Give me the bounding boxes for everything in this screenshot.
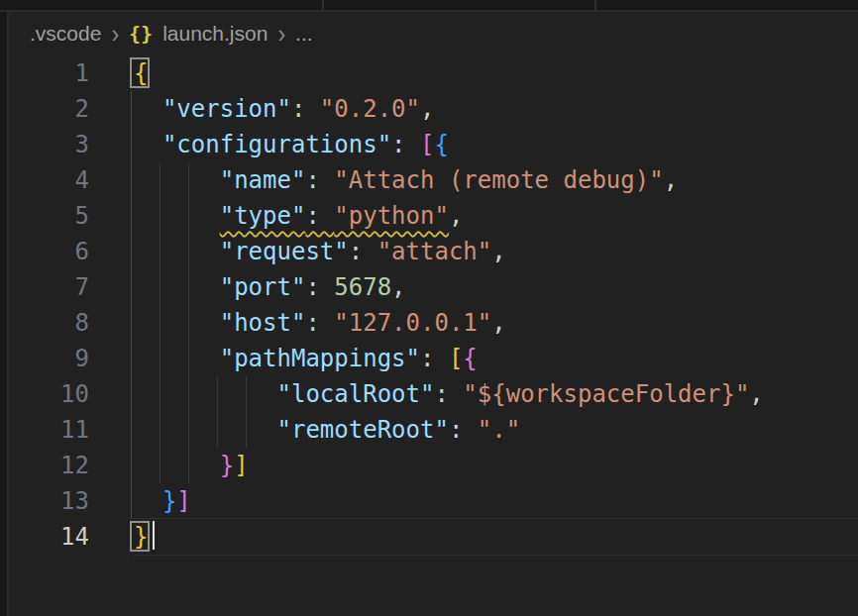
token-ws xyxy=(134,452,220,479)
code-line[interactable]: 9 "pathMappings": [{ xyxy=(9,341,858,376)
token-ws xyxy=(134,416,277,444)
line-number[interactable]: 8 xyxy=(9,305,134,341)
indent-guide xyxy=(131,269,132,305)
code-line-content[interactable]: "name": "Attach (remote debug)", xyxy=(134,162,858,198)
line-number[interactable]: 13 xyxy=(9,483,134,519)
token-key: "host" xyxy=(220,309,306,337)
token-punct: : xyxy=(305,166,334,194)
code-line[interactable]: 8 "host": "127.0.0.1", xyxy=(9,305,858,341)
line-number[interactable]: 2 xyxy=(9,91,134,127)
token-punct: : xyxy=(305,273,334,301)
token-string: "${workspaceFolder}" xyxy=(463,380,749,408)
token-string: "attach" xyxy=(377,238,492,265)
indent-guide xyxy=(131,483,132,519)
token-punct: : xyxy=(420,345,449,372)
token-ws xyxy=(134,238,220,265)
line-number[interactable]: 3 xyxy=(9,127,134,162)
line-number[interactable]: 7 xyxy=(9,269,134,305)
token-string: "127.0.0.1" xyxy=(334,309,491,337)
token-punct: , xyxy=(449,202,463,230)
code-line[interactable]: 11 "remoteRoot": "." xyxy=(9,412,858,448)
indent-guide xyxy=(131,412,132,448)
code-line-content[interactable]: "host": "127.0.0.1", xyxy=(134,305,858,341)
token-punct: : xyxy=(291,95,320,123)
indent-guide xyxy=(131,376,132,412)
token-bracket3: { xyxy=(434,131,448,158)
code-area[interactable]: 1{2 "version": "0.2.0",3 "configurations… xyxy=(9,55,858,555)
code-line[interactable]: 4 "name": "Attach (remote debug)", xyxy=(9,162,858,198)
code-line-content[interactable]: "type": "python", xyxy=(134,198,858,234)
token-bracket1: [ xyxy=(449,345,463,372)
tab-bar xyxy=(0,0,858,12)
token-ws xyxy=(134,95,162,123)
code-line-content[interactable]: } xyxy=(134,519,858,555)
token-bracket1: ] xyxy=(234,452,248,479)
token-ws xyxy=(134,202,220,230)
code-line-content[interactable]: { xyxy=(134,55,858,91)
line-number[interactable]: 4 xyxy=(9,162,134,198)
code-line[interactable]: 12 }] xyxy=(9,448,858,483)
code-line[interactable]: 3 "configurations": [{ xyxy=(9,127,858,162)
token-key: "remoteRoot" xyxy=(277,416,449,444)
breadcrumb-item-vscode[interactable]: .vscode xyxy=(30,22,101,46)
code-line[interactable]: 13 }] xyxy=(9,483,858,519)
token-bracket2: ] xyxy=(176,487,190,515)
breadcrumb-item-symbol[interactable]: ... xyxy=(295,22,313,46)
token-key: "version" xyxy=(162,95,291,123)
code-line-content[interactable]: }] xyxy=(134,448,858,483)
code-line-content[interactable]: "version": "0.2.0", xyxy=(134,91,858,127)
breadcrumb: .vscode › {} launch.json › ... xyxy=(9,12,858,55)
indent-guide xyxy=(131,91,132,127)
breadcrumb-item-launch-json[interactable]: launch.json xyxy=(162,22,268,46)
token-ws xyxy=(134,166,220,194)
code-line-content[interactable]: "port": 5678, xyxy=(134,269,858,305)
chevron-right-icon: › xyxy=(111,21,119,47)
token-bracket1: } xyxy=(134,523,148,551)
line-number[interactable]: 14 xyxy=(9,519,134,555)
token-punct: : xyxy=(391,131,420,158)
token-punct: : xyxy=(349,238,377,265)
line-number[interactable]: 12 xyxy=(9,448,134,483)
line-number[interactable]: 6 xyxy=(9,234,134,269)
token-string: "0.2.0" xyxy=(320,95,420,123)
chevron-right-icon: › xyxy=(277,21,285,47)
line-number[interactable]: 9 xyxy=(9,341,134,376)
token-string: "Attach (remote debug)" xyxy=(334,166,663,194)
line-number[interactable]: 10 xyxy=(9,376,134,412)
code-line-content[interactable]: "localRoot": "${workspaceFolder}", xyxy=(134,376,858,412)
code-line[interactable]: 2 "version": "0.2.0", xyxy=(9,91,858,127)
code-line-content[interactable]: "configurations": [{ xyxy=(134,127,858,162)
token-key: "name" xyxy=(220,166,306,194)
tab-separator xyxy=(322,0,324,10)
token-key: "configurations" xyxy=(162,131,391,158)
indent-guide xyxy=(131,305,132,341)
line-number[interactable]: 11 xyxy=(9,412,134,448)
code-line[interactable]: 7 "port": 5678, xyxy=(9,269,858,305)
code-line-content[interactable]: }] xyxy=(134,483,858,519)
editor-pane[interactable]: .vscode › {} launch.json › ... 1{2 "vers… xyxy=(9,12,858,616)
json-file-icon: {} xyxy=(129,22,153,46)
token-punct: : xyxy=(305,202,334,230)
code-line[interactable]: 1{ xyxy=(9,55,858,91)
code-line[interactable]: 10 "localRoot": "${workspaceFolder}", xyxy=(9,376,858,412)
token-punct: , xyxy=(420,95,434,123)
token-ws xyxy=(134,309,220,337)
code-line[interactable]: 14} xyxy=(9,519,858,555)
line-number[interactable]: 5 xyxy=(9,198,134,234)
indent-guide xyxy=(131,162,132,198)
token-ws xyxy=(134,131,162,158)
token-key: "port" xyxy=(220,273,306,301)
code-line-content[interactable]: "remoteRoot": "." xyxy=(134,412,858,448)
code-line-content[interactable]: "pathMappings": [{ xyxy=(134,341,858,376)
code-line[interactable]: 6 "request": "attach", xyxy=(9,234,858,269)
token-punct: , xyxy=(491,309,505,337)
token-punct: : xyxy=(449,416,478,444)
token-ws xyxy=(134,273,220,301)
line-number[interactable]: 1 xyxy=(9,55,134,91)
token-punct: , xyxy=(664,166,678,194)
code-line[interactable]: 5 "type": "python", xyxy=(9,198,858,234)
token-punct: , xyxy=(491,238,505,265)
indent-guide xyxy=(131,234,132,269)
code-line-content[interactable]: "request": "attach", xyxy=(134,234,858,269)
token-string: "." xyxy=(478,416,520,444)
